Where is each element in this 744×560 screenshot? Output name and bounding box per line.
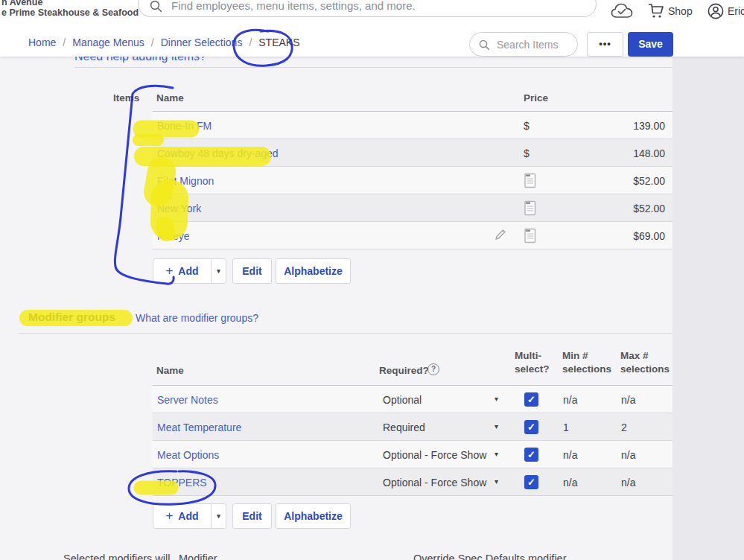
- question-circle-icon[interactable]: ?: [427, 363, 439, 375]
- table-row: Meat Temperature Required ▾ ✓ 1 2: [153, 413, 673, 441]
- restaurant-brand: n Avenue e Prime Steakhouse & Seafood: [1, 0, 139, 18]
- shop-label[interactable]: Shop: [668, 5, 693, 17]
- min-selections-value: n/a: [563, 449, 577, 461]
- max-selections-value: 2: [621, 421, 627, 433]
- add-item-button[interactable]: + Add: [153, 258, 212, 284]
- chevron-down-icon[interactable]: ▾: [495, 450, 498, 458]
- modifier-column-min: selections: [562, 363, 611, 375]
- breadcrumb-manage-menus[interactable]: Manage Menus: [72, 36, 144, 48]
- restaurant-address: n Avenue: [1, 0, 139, 7]
- required-dropdown[interactable]: Optional - Force Show: [383, 477, 486, 489]
- items-actions: + Add ▾ Edit Alphabetize: [153, 258, 351, 284]
- min-selections-value: n/a: [563, 394, 577, 406]
- global-search-placeholder: Find employees, menu items, settings, an…: [171, 0, 416, 12]
- modifier-group-link[interactable]: TOPPERS: [157, 477, 207, 489]
- app-header: n Avenue e Prime Steakhouse & Seafood Fi…: [0, 0, 744, 57]
- price-value[interactable]: 139.00: [633, 120, 665, 132]
- add-modifier-group-button[interactable]: + Add: [153, 503, 212, 529]
- user-name-label[interactable]: Eric: [728, 5, 744, 17]
- breadcrumb-dinner-selections[interactable]: Dinner Selections: [161, 36, 243, 48]
- price-value: $52.00: [633, 203, 665, 214]
- items-section-label: Items: [113, 92, 139, 104]
- edit-items-button[interactable]: Edit: [232, 258, 272, 284]
- max-selections-value: n/a: [621, 449, 635, 461]
- search-items-input[interactable]: Search Items: [469, 32, 578, 57]
- multi-select-checkbox[interactable]: ✓: [524, 392, 538, 407]
- more-options-button[interactable]: •••: [587, 32, 623, 57]
- modifier-group-link[interactable]: Server Notes: [157, 394, 218, 406]
- alphabetize-items-button[interactable]: Alphabetize: [276, 258, 351, 284]
- global-search-input[interactable]: Find employees, menu items, settings, an…: [138, 0, 597, 17]
- page-content: Need help adding items? Items Name Price…: [0, 57, 744, 560]
- modifier-column-max: Max #: [620, 350, 649, 361]
- multi-select-checkbox[interactable]: ✓: [524, 420, 538, 434]
- breadcrumb-separator: /: [151, 36, 154, 48]
- multi-select-checkbox[interactable]: ✓: [524, 475, 538, 489]
- table-row: Ribeye $69.00: [153, 222, 673, 249]
- max-selections-value: n/a: [621, 394, 635, 406]
- cloud-sync-icon[interactable]: [611, 2, 633, 19]
- price-level-clipboard-icon[interactable]: [524, 228, 536, 244]
- breadcrumb-current-steaks: STEAKS: [258, 36, 299, 48]
- plus-icon: +: [165, 511, 173, 521]
- modifier-groups-help-link[interactable]: What are modifier groups?: [136, 312, 258, 324]
- required-dropdown[interactable]: Optional: [383, 394, 422, 406]
- breadcrumb-separator: /: [249, 36, 252, 48]
- item-name-link[interactable]: Filet Mignon: [157, 175, 214, 187]
- price-value[interactable]: 148.00: [633, 147, 665, 159]
- required-dropdown[interactable]: Optional - Force Show: [383, 449, 486, 461]
- chevron-down-icon[interactable]: ▾: [495, 422, 498, 430]
- add-item-dropdown-button[interactable]: ▾: [211, 258, 226, 284]
- multi-select-checkbox[interactable]: ✓: [524, 448, 538, 462]
- breadcrumb-separator: /: [63, 36, 66, 48]
- add-modifier-dropdown-button[interactable]: ▾: [211, 503, 226, 529]
- modifier-group-link[interactable]: Meat Options: [157, 449, 219, 461]
- clipped-bottom-text: Selected modifiers will: [63, 553, 170, 560]
- save-button[interactable]: Save: [628, 32, 673, 57]
- clipped-help-line: Need help adding items?: [74, 57, 206, 63]
- search-icon: [479, 39, 490, 51]
- modifier-column-multiselect: select?: [515, 363, 550, 375]
- price-currency: $: [524, 147, 530, 159]
- item-name-link[interactable]: New York: [157, 203, 201, 214]
- edit-pencil-icon[interactable]: [494, 228, 507, 241]
- section-divider: [74, 67, 673, 68]
- shop-cart-icon[interactable]: [647, 2, 664, 19]
- search-icon: [150, 0, 162, 13]
- table-row: Bone-In FM $ 139.00: [153, 112, 673, 139]
- need-help-adding-items-link[interactable]: Need help adding items?: [74, 57, 206, 63]
- item-name-link[interactable]: Bone-In FM: [157, 120, 212, 132]
- chevron-down-icon: ▾: [217, 512, 220, 520]
- table-row: Cowboy 48 days dry-aged $ 148.00: [153, 139, 673, 167]
- item-name-link[interactable]: Cowboy 48 days dry-aged: [157, 147, 279, 159]
- max-selections-value: n/a: [621, 477, 635, 489]
- min-selections-value: n/a: [563, 477, 577, 489]
- edit-modifier-groups-button[interactable]: Edit: [232, 503, 272, 529]
- chevron-down-icon: ▾: [217, 267, 220, 275]
- clipped-bottom-text: Modifier: [179, 553, 217, 560]
- alphabetize-modifier-groups-button[interactable]: Alphabetize: [276, 503, 351, 529]
- required-dropdown[interactable]: Required: [383, 421, 425, 433]
- chevron-down-icon[interactable]: ▾: [495, 395, 498, 403]
- chevron-down-icon[interactable]: ▾: [495, 477, 498, 486]
- item-name-link[interactable]: Ribeye: [157, 230, 190, 242]
- price-level-clipboard-icon[interactable]: [524, 173, 536, 188]
- menu-editor-page: n Avenue e Prime Steakhouse & Seafood Fi…: [0, 0, 744, 560]
- price-currency: $: [524, 120, 530, 132]
- price-level-clipboard-icon[interactable]: [524, 200, 536, 216]
- modifier-groups-title: Modifier groups: [28, 311, 115, 324]
- items-column-price: Price: [524, 92, 548, 104]
- modifier-groups-table: Server Notes Optional ▾ ✓ n/a n/a Meat T…: [153, 385, 673, 496]
- add-label: Add: [178, 510, 198, 522]
- modifier-column-required: Required?: [379, 365, 429, 376]
- user-avatar-icon[interactable]: [708, 3, 724, 19]
- section-divider: [19, 333, 673, 334]
- table-row: Meat Options Optional - Force Show ▾ ✓ n…: [153, 441, 673, 468]
- table-row: TOPPERS Optional - Force Show ▾ ✓ n/a n/…: [153, 468, 673, 496]
- modifier-column-name: Name: [156, 365, 184, 376]
- table-row: New York $52.00: [153, 194, 673, 222]
- breadcrumb-home[interactable]: Home: [28, 36, 56, 48]
- modifier-group-link[interactable]: Meat Temperature: [157, 421, 241, 433]
- breadcrumb: Home / Manage Menus / Dinner Selections …: [28, 36, 300, 48]
- restaurant-name: e Prime Steakhouse & Seafood: [1, 7, 139, 18]
